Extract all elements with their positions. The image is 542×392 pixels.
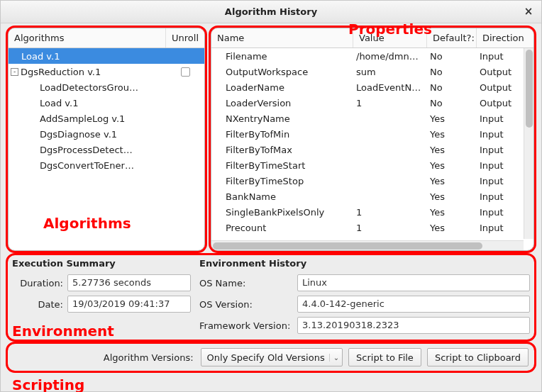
property-default: No: [427, 51, 477, 62]
chevron-down-icon: ⌄: [329, 354, 339, 362]
col-algorithms[interactable]: Algorithms: [9, 28, 166, 47]
property-name: FilterByTimeStart: [211, 160, 353, 171]
tree-item[interactable]: -DgsReduction v.1: [9, 64, 204, 79]
tree-item[interactable]: DgsProcessDetect…: [9, 142, 204, 157]
property-name: OutputWorkspace: [211, 67, 353, 77]
col-name[interactable]: Name: [211, 28, 353, 47]
os-version-value: 4.4.0-142-generic: [297, 296, 530, 313]
property-value: 1: [353, 223, 427, 233]
properties-header: Name Value Default?: Direction: [211, 28, 533, 48]
versions-combo-value: Only Specify Old Versions: [207, 352, 325, 363]
tree-item-label: DgsDiagnose v.1: [40, 129, 117, 140]
property-name: LoaderVersion: [211, 98, 353, 108]
tree-item[interactable]: LoadDetectorsGrou…: [9, 79, 204, 95]
date-label: Date:: [12, 299, 63, 310]
script-to-file-button[interactable]: Script to File: [348, 348, 421, 366]
versions-label: Algorithm Versions:: [104, 352, 194, 363]
property-name: FilterByTofMax: [211, 145, 353, 155]
duration-value: 5.27736 seconds: [67, 274, 191, 291]
property-row[interactable]: FilterByTofMaxYesInput: [211, 142, 533, 157]
tree-item-label: DgsReduction v.1: [21, 67, 101, 77]
col-direction[interactable]: Direction: [477, 28, 533, 47]
property-row[interactable]: Filename/home/dmn…NoInput: [211, 48, 533, 64]
property-default: Yes: [427, 160, 477, 171]
titlebar: Algorithm History ×: [1, 1, 541, 23]
property-default: Yes: [427, 191, 477, 202]
properties-pane: Name Value Default?: Direction Filename/…: [211, 28, 534, 251]
algorithm-history-window: Algorithm History × Properties Algorithm…: [0, 0, 542, 392]
window-body: Properties Algorithms Environment Script…: [1, 23, 541, 391]
col-unroll[interactable]: Unroll: [166, 28, 204, 47]
property-row[interactable]: Precount1YesInput: [211, 220, 533, 235]
property-name: FilterByTimeStop: [211, 176, 353, 186]
algorithms-header: Algorithms Unroll: [9, 28, 204, 48]
property-default: Yes: [427, 223, 477, 233]
property-name: BankName: [211, 191, 353, 202]
vertical-scrollbar-thumb[interactable]: [526, 50, 533, 128]
tree-item-label: DgsConvertToEner…: [40, 160, 134, 171]
property-value: /home/dmn…: [353, 51, 427, 62]
property-value: LoadEventN…: [353, 82, 427, 93]
fw-version-value: 3.13.20190318.2323: [297, 317, 530, 334]
fw-version-label: Framework Version:: [199, 320, 293, 331]
algorithms-tree[interactable]: Load v.1-DgsReduction v.1LoadDetectorsGr…: [9, 48, 204, 250]
property-name: Precount: [211, 223, 353, 233]
property-row[interactable]: FilterByTimeStopYesInput: [211, 173, 533, 189]
tree-item[interactable]: Load v.1: [9, 48, 204, 64]
env-history-title: Environment History: [199, 258, 530, 269]
col-default[interactable]: Default?:: [427, 28, 477, 47]
tree-item-label: Load v.1: [21, 51, 60, 62]
scripting-bar: Algorithm Versions: Only Specify Old Ver…: [8, 344, 534, 371]
property-default: No: [427, 98, 477, 108]
property-default: Yes: [427, 129, 477, 140]
property-row[interactable]: SingleBankPixelsOnly1YesInput: [211, 204, 533, 220]
unroll-cell: [170, 67, 200, 77]
tree-item[interactable]: AddSampleLog v.1: [9, 111, 204, 126]
property-default: No: [427, 67, 477, 77]
property-row[interactable]: NXentryNameYesInput: [211, 111, 533, 126]
tree-item[interactable]: Load v.1: [9, 95, 204, 111]
algorithms-pane: Algorithms Unroll Load v.1-DgsReduction …: [8, 28, 205, 251]
property-row[interactable]: LoaderNameLoadEventN…NoOutput: [211, 79, 533, 95]
execution-summary: Execution Summary Duration: 5.27736 seco…: [12, 258, 191, 334]
horizontal-scrollbar-thumb[interactable]: [213, 242, 482, 250]
tree-item-label: LoadDetectorsGrou…: [40, 82, 138, 93]
property-default: No: [427, 82, 477, 93]
tree-item-label: Load v.1: [40, 98, 78, 108]
os-name-value: Linux: [297, 274, 530, 291]
property-default: Yes: [427, 145, 477, 155]
col-value[interactable]: Value: [353, 28, 427, 47]
property-default: Yes: [427, 207, 477, 218]
property-name: LoaderName: [211, 82, 353, 93]
property-default: Yes: [427, 113, 477, 124]
property-row[interactable]: OutputWorkspacesumNoOutput: [211, 64, 533, 79]
property-default: Yes: [427, 176, 477, 186]
property-row[interactable]: FilterByTofMinYesInput: [211, 126, 533, 142]
environment-history: Environment History OS Name: Linux OS Ve…: [199, 258, 530, 334]
horizontal-scrollbar[interactable]: [211, 240, 524, 250]
os-name-label: OS Name:: [199, 278, 293, 289]
vertical-scrollbar[interactable]: [524, 48, 533, 239]
top-row: Algorithms Unroll Load v.1-DgsReduction …: [8, 28, 534, 251]
property-row[interactable]: LoaderVersion1NoOutput: [211, 95, 533, 111]
tree-item-label: DgsProcessDetect…: [40, 145, 133, 155]
property-row[interactable]: FilterByTimeStartYesInput: [211, 157, 533, 173]
close-icon[interactable]: ×: [521, 5, 536, 19]
property-value: 1: [353, 98, 427, 108]
property-name: NXentryName: [211, 113, 353, 124]
property-name: SingleBankPixelsOnly: [211, 207, 353, 218]
unroll-checkbox[interactable]: [181, 67, 190, 77]
tree-expander-icon[interactable]: -: [11, 68, 18, 76]
annotation-scripting: Scripting: [12, 376, 84, 392]
properties-table[interactable]: Filename/home/dmn…NoInputOutputWorkspace…: [211, 48, 533, 250]
tree-item-label: AddSampleLog v.1: [40, 113, 125, 124]
property-row[interactable]: BankNameYesInput: [211, 189, 533, 204]
duration-label: Duration:: [12, 278, 63, 289]
os-version-label: OS Version:: [199, 299, 293, 310]
script-to-clipboard-button[interactable]: Script to Clipboard: [427, 348, 529, 366]
versions-combo[interactable]: Only Specify Old Versions ⌄: [201, 348, 343, 366]
tree-item[interactable]: DgsConvertToEner…: [9, 157, 204, 173]
environment-box: Execution Summary Duration: 5.27736 seco…: [8, 255, 534, 340]
property-value: sum: [353, 67, 427, 77]
tree-item[interactable]: DgsDiagnose v.1: [9, 126, 204, 142]
